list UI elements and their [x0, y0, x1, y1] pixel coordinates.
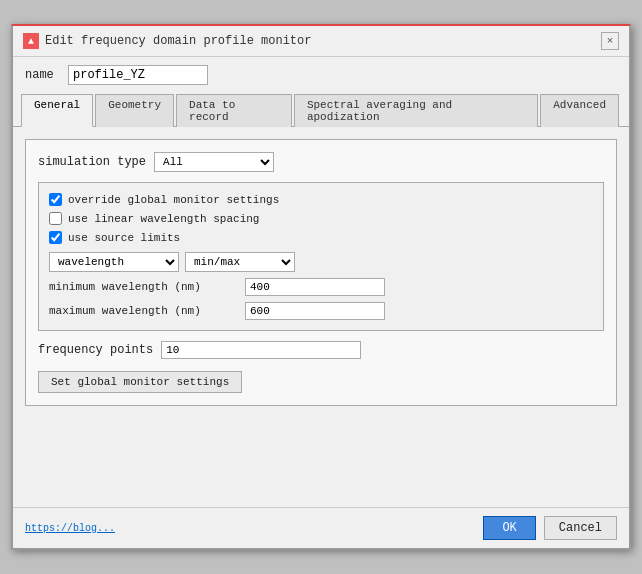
- simulation-type-row: simulation type All FDTD varFDTD: [38, 152, 604, 172]
- name-row: name: [13, 57, 629, 93]
- max-wavelength-input[interactable]: [245, 302, 385, 320]
- override-checkbox[interactable]: [49, 193, 62, 206]
- freq-points-row: frequency points: [38, 341, 604, 359]
- override-row: override global monitor settings: [49, 193, 593, 206]
- tab-bar: General Geometry Data to record Spectral…: [13, 93, 629, 127]
- linear-label: use linear wavelength spacing: [68, 213, 259, 225]
- linear-checkbox[interactable]: [49, 212, 62, 225]
- source-limits-label: use source limits: [68, 232, 180, 244]
- ok-button[interactable]: OK: [483, 516, 535, 540]
- min-wavelength-row: minimum wavelength (nm): [49, 278, 593, 296]
- title-bar-left: ▲ Edit frequency domain profile monitor: [23, 33, 311, 49]
- simulation-type-select[interactable]: All FDTD varFDTD: [154, 152, 274, 172]
- cancel-button[interactable]: Cancel: [544, 516, 617, 540]
- min-wavelength-label: minimum wavelength (nm): [49, 281, 239, 293]
- name-input[interactable]: [68, 65, 208, 85]
- edit-dialog: ▲ Edit frequency domain profile monitor …: [11, 24, 631, 550]
- dialog-title: Edit frequency domain profile monitor: [45, 34, 311, 48]
- override-label: override global monitor settings: [68, 194, 279, 206]
- wavelength-type-select[interactable]: wavelength frequency: [49, 252, 179, 272]
- close-button[interactable]: ×: [601, 32, 619, 50]
- tab-advanced[interactable]: Advanced: [540, 94, 619, 127]
- tab-general[interactable]: General: [21, 94, 93, 127]
- footer-link: https://blog...: [25, 523, 115, 534]
- title-bar: ▲ Edit frequency domain profile monitor …: [13, 26, 629, 57]
- wavelength-type-row: wavelength frequency min/max center/span: [49, 252, 593, 272]
- tab-spectral[interactable]: Spectral averaging and apodization: [294, 94, 538, 127]
- linear-row: use linear wavelength spacing: [49, 212, 593, 225]
- name-label: name: [25, 68, 60, 82]
- freq-points-label: frequency points: [38, 343, 153, 357]
- simulation-type-label: simulation type: [38, 155, 146, 169]
- freq-points-input[interactable]: [161, 341, 361, 359]
- content-area: simulation type All FDTD varFDTD overrid…: [13, 127, 629, 507]
- minmax-select[interactable]: min/max center/span: [185, 252, 295, 272]
- min-wavelength-input[interactable]: [245, 278, 385, 296]
- monitor-settings-panel: override global monitor settings use lin…: [38, 182, 604, 331]
- set-global-button[interactable]: Set global monitor settings: [38, 371, 242, 393]
- dialog-footer: https://blog... OK Cancel: [13, 507, 629, 548]
- max-wavelength-row: maximum wavelength (nm): [49, 302, 593, 320]
- source-limits-checkbox[interactable]: [49, 231, 62, 244]
- tab-geometry[interactable]: Geometry: [95, 94, 174, 127]
- tab-data-to-record[interactable]: Data to record: [176, 94, 292, 127]
- source-limits-row: use source limits: [49, 231, 593, 244]
- app-icon: ▲: [23, 33, 39, 49]
- general-panel: simulation type All FDTD varFDTD overrid…: [25, 139, 617, 406]
- max-wavelength-label: maximum wavelength (nm): [49, 305, 239, 317]
